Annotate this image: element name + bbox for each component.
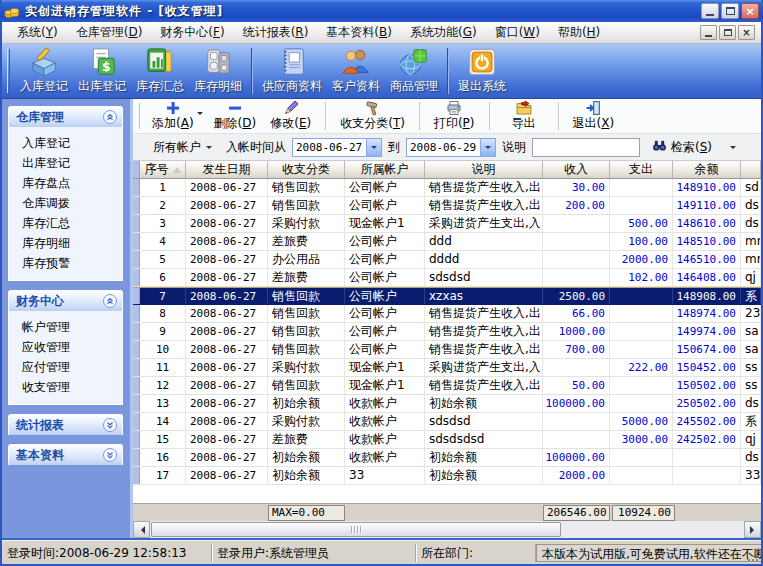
header-cell-3[interactable]: 所属帐户	[345, 161, 425, 178]
action-button-exit[interactable]: 退出(X)	[566, 100, 622, 132]
header-cell-2[interactable]: 收支分类	[268, 161, 345, 178]
mdi-close-icon: ×	[742, 28, 750, 38]
sidebar-section-header[interactable]: 财务中心	[8, 290, 123, 311]
action-toolbar-grip[interactable]	[137, 103, 140, 129]
date-to-combo[interactable]: 2008-06-29	[406, 138, 496, 157]
date-to-dropdown-button[interactable]	[480, 139, 495, 156]
transactions-table: 序号发生日期收支分类所属帐户说明收入支出余额 12008-06-27销售回款公司…	[133, 161, 761, 503]
table-row[interactable]: 142008-06-27采购付款收款帐户sdsdsd5000.00245502.…	[133, 413, 761, 431]
menu-item[interactable]: 仓库管理(D)	[67, 22, 152, 43]
table-row[interactable]: 42008-06-27差旅费公司帐户ddd100.00148510.00mm	[133, 233, 761, 251]
search-button[interactable]: 检索(S)	[648, 136, 716, 158]
action-button-label: 退出(X)	[573, 115, 615, 132]
scroll-right-button[interactable]	[744, 521, 761, 538]
menu-item[interactable]: 帮助(H)	[549, 22, 609, 43]
table-row[interactable]: 92008-06-27销售回款公司帐户销售提货产生收入,出1000.001499…	[133, 323, 761, 341]
menu-item[interactable]: 窗口(W)	[486, 22, 549, 43]
search-dropdown-icon[interactable]	[730, 146, 736, 152]
scroll-thumb[interactable]	[151, 522, 561, 537]
table-row[interactable]: 22008-06-27销售回款公司帐户销售提货产生收入,出200.0014911…	[133, 197, 761, 215]
chevron-down-icon[interactable]	[103, 418, 117, 432]
table-row[interactable]: 12008-06-27销售回款公司帐户销售提货产生收入,出30.00148910…	[133, 179, 761, 197]
header-cell-0[interactable]: 序号	[140, 161, 186, 178]
date-from-dropdown-button[interactable]	[366, 139, 381, 156]
sidebar-item[interactable]: 帐户管理	[9, 317, 122, 337]
menu-item[interactable]: 统计报表(R)	[234, 22, 318, 43]
header-cell-6[interactable]: 支出	[610, 161, 673, 178]
description-input[interactable]	[532, 138, 640, 157]
sidebar-section-header[interactable]: 仓库管理	[8, 106, 123, 127]
table-row[interactable]: 72008-06-27销售回款公司帐户xzxas2500.00148908.00…	[133, 287, 761, 305]
table-row[interactable]: 102008-06-27销售回款公司帐户销售提货产生收入,出700.001506…	[133, 341, 761, 359]
toolbar-button-stock-detail[interactable]: 库存明细	[189, 45, 247, 97]
mdi-restore-button[interactable]	[719, 25, 736, 40]
cell-0: 10	[140, 341, 186, 358]
menu-item[interactable]: 财务中心(F)	[151, 22, 233, 43]
toolbar-button-customer-info[interactable]: 客户资料	[327, 45, 385, 97]
table-row[interactable]: 172008-06-27初始余额33初始余额2000.0033	[133, 467, 761, 485]
table-row[interactable]: 52008-06-27办公用品公司帐户dddd2000.00146510.00m…	[133, 251, 761, 269]
table-row[interactable]: 112008-06-27采购付款现金帐户1采购进货产生支出,入222.00150…	[133, 359, 761, 377]
cell-5: 30.00	[543, 179, 610, 196]
title-bar[interactable]: 实创进销存管理软件 - [收支管理] ×	[0, 0, 763, 22]
menu-item[interactable]: 系统(Y)	[8, 22, 67, 43]
toolbar-button-exit-system[interactable]: 退出系统	[453, 45, 511, 97]
chevron-down-icon[interactable]	[103, 448, 117, 462]
menu-item[interactable]: 基本资料(B)	[317, 22, 401, 43]
toolbar-button-supplier-info[interactable]: 供应商资料	[257, 45, 327, 97]
sidebar-item[interactable]: 应收管理	[9, 337, 122, 357]
action-button-edit[interactable]: 修改(E)	[263, 100, 318, 132]
action-button-print[interactable]: 打印(P)	[427, 100, 482, 132]
table-row[interactable]: 162008-06-27初始余额收款帐户初始余额100000.00ds	[133, 449, 761, 467]
cell-5: 50.00	[543, 377, 610, 394]
maximize-button[interactable]	[721, 3, 739, 19]
toolbar-button-product-manage[interactable]: 商品管理	[385, 45, 443, 97]
sidebar-item[interactable]: 库存明细	[9, 233, 122, 253]
toolbar-button-inbound-register[interactable]: 入库登记	[15, 45, 73, 97]
table-row[interactable]: 32008-06-27采购付款现金帐户1采购进货产生支出,入500.001486…	[133, 215, 761, 233]
table-row[interactable]: 152008-06-27差旅费收款帐户sdsdsdsd3000.00242502…	[133, 431, 761, 449]
mdi-minimize-button[interactable]	[700, 25, 717, 40]
table-row[interactable]: 122008-06-27销售回款现金帐户1销售提货产生收入,出50.001505…	[133, 377, 761, 395]
chevron-up-icon[interactable]	[103, 110, 117, 124]
sidebar-item[interactable]: 入库登记	[9, 133, 122, 153]
sidebar-item[interactable]: 收支管理	[9, 377, 122, 397]
header-cell-1[interactable]: 发生日期	[186, 161, 268, 178]
status-segment-3: 本版本为试用版,可免费试用,软件还在不断	[536, 544, 761, 562]
action-button-category[interactable]: 收支分类(T)	[333, 100, 412, 132]
table-row[interactable]: 62008-06-27差旅费公司帐户sdsdsd102.00146408.00q…	[133, 269, 761, 287]
sidebar-item[interactable]: 库存汇总	[9, 213, 122, 233]
minimize-button[interactable]	[701, 3, 719, 19]
chevron-up-icon[interactable]	[103, 294, 117, 308]
action-button-export[interactable]: 导出	[497, 100, 551, 132]
action-button-add[interactable]: 添加(A)	[145, 100, 201, 132]
date-from-combo[interactable]: 2008-06-27	[292, 138, 382, 157]
sidebar-item[interactable]: 应付管理	[9, 357, 122, 377]
action-button-delete[interactable]: 删除(D)	[207, 100, 264, 132]
mdi-close-button[interactable]: ×	[738, 25, 755, 40]
table-row[interactable]: 132008-06-27初始余额收款帐户初始余额100000.00250502.…	[133, 395, 761, 413]
sidebar-item[interactable]: 出库登记	[9, 153, 122, 173]
header-cell-8[interactable]	[741, 161, 761, 178]
status-segment-1: 登录用户:系统管理员	[212, 544, 416, 562]
scroll-left-button[interactable]	[133, 521, 150, 538]
table-row[interactable]: 82008-06-27销售回款公司帐户销售提货产生收入,出66.00148974…	[133, 305, 761, 323]
header-cell-7[interactable]: 余额	[673, 161, 741, 178]
toolbar-grip[interactable]	[7, 49, 10, 93]
menu-item[interactable]: 系统功能(G)	[401, 22, 486, 43]
toolbar-button-stock-summary[interactable]: 库存汇总	[131, 45, 189, 97]
header-cell-4[interactable]: 说明	[425, 161, 543, 178]
sidebar-item[interactable]: 库存盘点	[9, 173, 122, 193]
action-button-label: 收支分类(T)	[340, 115, 405, 132]
dropdown-arrow-icon[interactable]	[197, 100, 203, 132]
sidebar-section-header[interactable]: 基本资料	[8, 444, 123, 465]
cell-2: 销售回款	[268, 305, 345, 322]
account-filter-dropdown[interactable]: 所有帐户	[153, 139, 212, 156]
toolbar-button-outbound-register[interactable]: $出库登记	[73, 45, 131, 97]
close-button[interactable]: ×	[741, 3, 759, 19]
sidebar-section-header[interactable]: 统计报表	[8, 414, 123, 435]
header-cell-5[interactable]: 收入	[543, 161, 610, 178]
resize-grip[interactable]	[756, 559, 758, 561]
sidebar-item[interactable]: 仓库调拨	[9, 193, 122, 213]
sidebar-item[interactable]: 库存预警	[9, 253, 122, 273]
